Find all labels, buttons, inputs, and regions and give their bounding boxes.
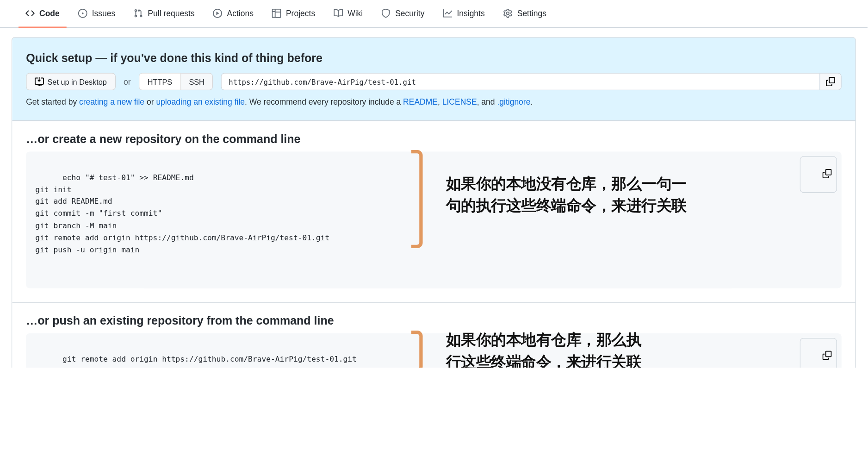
copy-url-button[interactable] xyxy=(819,73,842,91)
code-icon xyxy=(25,9,35,18)
link-create-file[interactable]: creating a new file xyxy=(79,97,144,106)
annotation-brace xyxy=(411,150,423,249)
setup-container: Quick setup — if you've done this kind o… xyxy=(12,37,856,368)
graph-icon xyxy=(443,9,452,18)
section-heading: …or create a new repository on the comma… xyxy=(26,132,842,146)
tab-label: Wiki xyxy=(347,9,363,18)
section-heading: …or push an existing repository from the… xyxy=(26,314,842,328)
setup-in-desktop-button[interactable]: Set up in Desktop xyxy=(26,73,115,91)
helper-text: Get started by creating a new file or up… xyxy=(26,97,842,106)
tab-projects[interactable]: Projects xyxy=(265,0,322,28)
desktop-download-icon xyxy=(35,77,44,86)
tab-insights[interactable]: Insights xyxy=(436,0,491,28)
section-push-existing: …or push an existing repository from the… xyxy=(12,303,856,368)
quick-setup-heading: Quick setup — if you've done this kind o… xyxy=(26,51,842,65)
gear-icon xyxy=(503,9,513,18)
copy-code-button[interactable] xyxy=(800,156,837,193)
tab-label: Projects xyxy=(286,9,315,18)
or-text: or xyxy=(124,77,131,86)
clone-url-input[interactable] xyxy=(221,73,819,91)
copy-icon xyxy=(823,169,832,178)
book-icon xyxy=(334,9,343,18)
https-button[interactable]: HTTPS xyxy=(139,73,181,91)
tab-code[interactable]: Code xyxy=(19,0,67,28)
annotation-text: 如果你的本地有仓库，那么执 行这些终端命令，来进行关联 xyxy=(446,329,642,368)
setup-controls-row: Set up in Desktop or HTTPS SSH xyxy=(26,73,842,91)
protocol-toggle: HTTPS SSH xyxy=(139,73,213,91)
copy-icon xyxy=(826,77,835,86)
repo-tabnav: Code Issues Pull requests Actions Projec… xyxy=(0,0,868,28)
link-upload-file[interactable]: uploading an existing file xyxy=(156,97,245,106)
annotation-text: 如果你的本地没有仓库，那么一句一 句的执行这些终端命令，来进行关联 xyxy=(446,173,687,217)
tab-label: Code xyxy=(39,9,60,18)
tab-issues[interactable]: Issues xyxy=(71,0,123,28)
tab-actions[interactable]: Actions xyxy=(206,0,260,28)
code-text: git remote add origin https://github.com… xyxy=(35,355,357,368)
play-icon xyxy=(213,9,223,18)
tab-label: Actions xyxy=(227,9,254,18)
link-readme[interactable]: README xyxy=(403,97,438,106)
pr-icon xyxy=(134,9,143,18)
tab-label: Pull requests xyxy=(148,9,194,18)
tab-pull-requests[interactable]: Pull requests xyxy=(127,0,201,28)
copy-icon xyxy=(823,350,832,360)
tab-label: Insights xyxy=(457,9,484,18)
link-license[interactable]: LICENSE xyxy=(442,97,477,106)
tab-label: Issues xyxy=(92,9,116,18)
annotation-brace xyxy=(411,331,423,368)
copy-code-button[interactable] xyxy=(800,338,837,368)
table-icon xyxy=(272,9,281,18)
btn-label: Set up in Desktop xyxy=(48,77,107,86)
section-create-repo: …or create a new repository on the comma… xyxy=(12,121,856,302)
code-text: echo "# test-01" >> README.md git init g… xyxy=(35,173,329,254)
tab-label: Settings xyxy=(517,9,546,18)
code-block-push: git remote add origin https://github.com… xyxy=(26,333,842,368)
tab-settings[interactable]: Settings xyxy=(496,0,553,28)
issue-icon xyxy=(78,9,87,18)
tab-wiki[interactable]: Wiki xyxy=(327,0,370,28)
code-block-create: echo "# test-01" >> README.md git init g… xyxy=(26,152,842,288)
clone-url-group xyxy=(221,73,842,91)
tab-label: Security xyxy=(395,9,424,18)
shield-icon xyxy=(381,9,391,18)
link-gitignore[interactable]: .gitignore xyxy=(497,97,530,106)
ssh-button[interactable]: SSH xyxy=(181,73,213,91)
tab-security[interactable]: Security xyxy=(374,0,431,28)
quick-setup-box: Quick setup — if you've done this kind o… xyxy=(12,38,856,121)
